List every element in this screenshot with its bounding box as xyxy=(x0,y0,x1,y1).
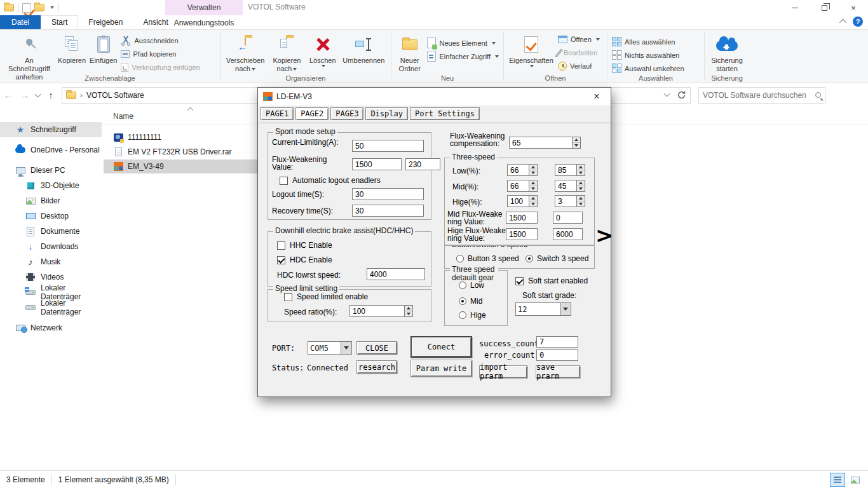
connect-button[interactable]: Conect xyxy=(410,336,472,358)
select-none-button[interactable]: Nichts auswählen xyxy=(610,49,686,61)
move-to-button[interactable]: ← Verschieben nach xyxy=(223,32,268,75)
sidebar-item-documents[interactable]: Dokumente xyxy=(0,224,102,239)
tab-start[interactable]: Start xyxy=(41,15,78,29)
breadcrumb-path[interactable]: VOTOL Software xyxy=(86,91,144,100)
select-all-button[interactable]: Alles auswählen xyxy=(610,36,686,48)
file-row-usb-driver-rar[interactable]: EM V2 FT232R USB Driver.rar xyxy=(104,145,257,159)
hdc-lowest-speed-input[interactable]: 4000 xyxy=(367,268,425,280)
flux-comp-spinner[interactable]: 65 xyxy=(509,137,581,149)
open-button[interactable]: Öffnen xyxy=(556,33,602,45)
speed-ratio-spinner[interactable]: 100 xyxy=(349,305,413,317)
sidebar-item-pictures[interactable]: Bilder xyxy=(0,193,102,208)
flux-weakening-value-2-input[interactable]: 230 xyxy=(405,158,440,170)
sidebar-item-desktop[interactable]: Desktop xyxy=(0,208,102,224)
close-port-button[interactable]: CLOSE xyxy=(356,341,397,355)
sidebar-item-this-pc[interactable]: Dieser PC xyxy=(0,163,102,178)
dialog-title-bar[interactable]: LD-EM-V3 xyxy=(258,88,611,105)
mid-percent-1-spinner[interactable]: 66 xyxy=(507,180,538,192)
file-row-111111111[interactable]: 111111111 xyxy=(104,130,257,144)
copy-to-button[interactable]: Kopieren nach xyxy=(268,32,306,75)
up-button[interactable]: ↑ xyxy=(43,90,59,100)
restore-button[interactable] xyxy=(810,0,839,15)
sidebar-item-3d-objects[interactable]: 3D-Objekte xyxy=(0,178,102,193)
success-count-input[interactable]: 7 xyxy=(536,336,578,348)
delete-button[interactable]: Löschen xyxy=(306,32,339,69)
speed-limited-enable-checkbox[interactable] xyxy=(284,293,292,301)
gear-low-radio[interactable] xyxy=(459,281,466,289)
tab-datei[interactable]: Datei xyxy=(0,15,41,29)
sidebar-item-onedrive[interactable]: OneDrive - Personal xyxy=(0,142,102,158)
qat-properties-icon[interactable] xyxy=(22,3,31,13)
address-dropdown-icon[interactable] xyxy=(664,91,670,97)
copy-path-button[interactable]: Pfad kopieren xyxy=(119,48,201,60)
hdc-enable-checkbox[interactable] xyxy=(277,256,285,264)
button-3-speed-radio[interactable] xyxy=(456,255,464,262)
sort-ascending-icon[interactable] xyxy=(187,107,194,114)
param-write-button[interactable]: Param write xyxy=(410,360,472,377)
tab-page3[interactable]: PAGE3 xyxy=(330,107,363,120)
sidebar-item-music[interactable]: ♪Musik xyxy=(0,254,102,269)
automatic-logout-checkbox[interactable] xyxy=(280,177,288,185)
research-button[interactable]: research xyxy=(356,360,397,374)
flux-weakening-value-1-input[interactable]: 1500 xyxy=(352,158,402,170)
new-item-button[interactable]: Neues Element xyxy=(425,37,501,49)
search-box[interactable] xyxy=(698,87,825,104)
qat-customize-caret-icon[interactable] xyxy=(50,6,54,9)
properties-button[interactable]: Eigenschaften xyxy=(506,32,556,69)
mid-flux-2-input[interactable]: 0 xyxy=(553,212,583,224)
details-view-button[interactable] xyxy=(830,473,845,487)
expand-panel-arrow[interactable]: > xyxy=(595,222,614,248)
close-button[interactable]: × xyxy=(839,0,868,15)
hige-flux-1-input[interactable]: 1500 xyxy=(506,228,538,240)
tab-port-settings[interactable]: Port Settings xyxy=(410,107,480,120)
hige-flux-2-input[interactable]: 6000 xyxy=(553,228,583,240)
thumbnails-view-button[interactable] xyxy=(848,473,863,487)
search-input[interactable] xyxy=(703,91,815,100)
low-percent-2-spinner[interactable]: 85 xyxy=(555,164,585,176)
hhc-enable-checkbox[interactable] xyxy=(277,241,285,250)
gear-mid-radio[interactable] xyxy=(459,297,466,305)
hige-percent-1-spinner[interactable]: 100 xyxy=(507,195,538,207)
start-backup-button[interactable]: Sicherung starten xyxy=(707,32,747,75)
tab-page2[interactable]: PAGE2 xyxy=(295,107,329,120)
cut-button[interactable]: Ausschneiden xyxy=(119,34,201,46)
forward-button[interactable]: → xyxy=(17,90,33,100)
qat-new-folder-icon[interactable] xyxy=(34,4,44,11)
mid-flux-1-input[interactable]: 1500 xyxy=(506,212,538,224)
tab-freigeben[interactable]: Freigeben xyxy=(78,15,133,29)
soft-start-enabled-checkbox[interactable] xyxy=(515,277,524,285)
dialog-close-button[interactable]: × xyxy=(583,88,611,105)
sidebar-item-local-disk-2[interactable]: Lokaler Datenträger xyxy=(0,300,102,315)
rename-button[interactable]: Umbenennen xyxy=(339,32,388,67)
tab-page1[interactable]: PAGE1 xyxy=(261,107,294,120)
history-button[interactable]: Verlauf xyxy=(556,60,602,72)
back-button[interactable]: ← xyxy=(0,90,17,100)
switch-3-speed-radio[interactable] xyxy=(526,255,533,262)
recovery-time-input[interactable]: 30 xyxy=(352,205,424,217)
current-limiting-input[interactable]: 50 xyxy=(352,140,424,152)
invert-selection-button[interactable]: Auswahl umkehren xyxy=(610,62,686,74)
sidebar-item-quick-access[interactable]: ★Schnellzugriff xyxy=(0,122,102,137)
import-param-button[interactable]: import prarm xyxy=(479,365,527,378)
low-percent-1-spinner[interactable]: 66 xyxy=(507,164,538,176)
copy-button[interactable]: Kopieren xyxy=(56,32,88,67)
combo-dropdown-icon[interactable] xyxy=(560,303,571,315)
error-count-input[interactable]: 0 xyxy=(536,349,578,361)
gear-hige-radio[interactable] xyxy=(459,311,466,319)
sidebar-item-network[interactable]: Netzwerk xyxy=(0,320,102,336)
combo-dropdown-icon[interactable] xyxy=(341,342,351,354)
sidebar-item-videos[interactable]: Videos xyxy=(0,269,102,285)
mid-percent-2-spinner[interactable]: 45 xyxy=(555,180,585,192)
save-param-button[interactable]: save prarm xyxy=(536,365,580,378)
column-header-name[interactable]: Name xyxy=(113,112,133,121)
recent-locations-icon[interactable] xyxy=(35,92,41,98)
sidebar-item-downloads[interactable]: ↓Downloads xyxy=(0,239,102,254)
new-folder-button[interactable]: Neuer Ordner xyxy=(394,32,425,75)
tab-display[interactable]: Display xyxy=(365,107,408,120)
soft-start-grade-select[interactable]: 12 xyxy=(515,302,571,316)
hige-percent-2-spinner[interactable]: 3 xyxy=(555,195,585,207)
easy-access-button[interactable]: Einfacher Zugriff xyxy=(425,50,501,62)
help-icon[interactable]: ? xyxy=(853,17,863,27)
port-select[interactable]: COM5 xyxy=(308,341,352,355)
sidebar-item-local-disk-1[interactable]: Lokaler Datenträger xyxy=(0,285,102,300)
